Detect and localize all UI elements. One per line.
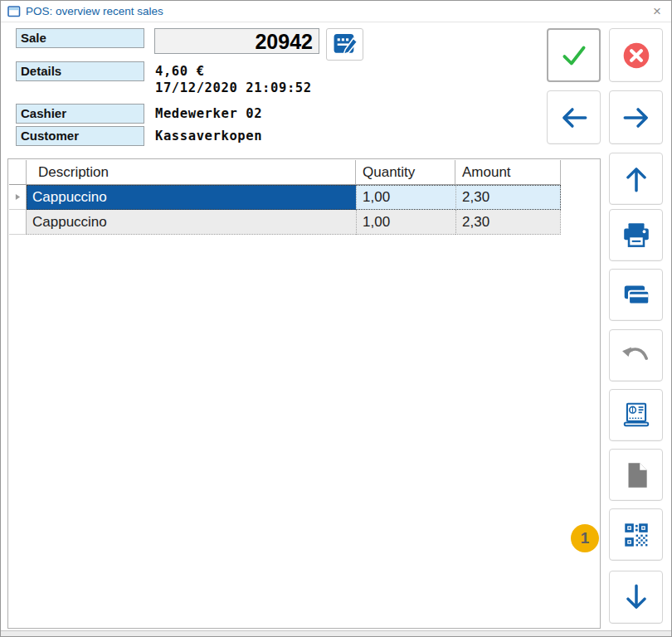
printer-icon <box>621 220 652 251</box>
undo-button[interactable] <box>609 329 663 382</box>
column-header-description[interactable]: Description <box>27 160 356 185</box>
check-icon <box>558 40 590 71</box>
lookup-grid-icon <box>331 32 359 57</box>
sale-label: Sale <box>16 28 144 48</box>
sale-datetime: 17/12/2020 21:09:52 <box>155 80 312 97</box>
scroll-down-button[interactable] <box>609 571 663 624</box>
window-bottom-edge <box>1 630 671 636</box>
arrow-down-icon <box>621 581 652 613</box>
print-button[interactable] <box>609 209 663 261</box>
qr-code-icon <box>621 519 652 551</box>
cell-description[interactable]: Cappuccino <box>27 185 356 210</box>
table-header-row: Description Quantity Amount <box>9 160 561 185</box>
qr-code-button[interactable] <box>609 508 663 561</box>
cancel-button[interactable] <box>609 28 663 82</box>
cashier-value: Medewerker 02 <box>155 106 262 123</box>
titlebar: POS: overview recent sales × <box>1 1 671 22</box>
receipt-button[interactable] <box>609 389 663 441</box>
row-selector-header <box>9 160 27 185</box>
table-row[interactable]: Cappuccino 1,00 2,30 <box>9 185 561 210</box>
undo-icon <box>621 340 652 372</box>
notification-badge: 1 <box>571 524 599 552</box>
receipt-icon <box>621 400 652 431</box>
details-label: Details <box>16 61 144 81</box>
window-title: POS: overview recent sales <box>26 5 163 17</box>
arrow-left-icon <box>558 102 590 134</box>
cell-amount[interactable]: 2,30 <box>455 185 561 210</box>
next-button[interactable] <box>609 90 663 144</box>
sale-total-amount: 4,60 € <box>155 64 205 80</box>
cell-amount[interactable]: 2,30 <box>455 210 561 235</box>
previous-button[interactable] <box>547 90 601 144</box>
scroll-up-button[interactable] <box>609 153 663 205</box>
cell-quantity[interactable]: 1,00 <box>356 210 455 235</box>
customer-value: Kassaverkopen <box>155 129 262 145</box>
document-icon <box>621 460 652 491</box>
cell-description[interactable]: Cappuccino <box>27 210 356 235</box>
window-icon <box>7 6 21 17</box>
row-selector-cell[interactable] <box>9 185 27 210</box>
cards-icon <box>621 280 652 311</box>
sale-number-field[interactable]: 20942 <box>154 28 319 54</box>
new-document-button[interactable] <box>609 449 663 501</box>
close-icon[interactable]: × <box>650 4 665 18</box>
sale-lines-panel: Description Quantity Amount Cappuccino 1… <box>7 158 601 629</box>
pos-window: POS: overview recent sales × Sale Detail… <box>0 0 672 637</box>
column-header-quantity[interactable]: Quantity <box>356 160 455 185</box>
table-row[interactable]: Cappuccino 1,00 2,30 <box>9 210 561 235</box>
arrow-right-icon <box>621 102 652 134</box>
confirm-button[interactable] <box>547 28 601 82</box>
cashier-label: Cashier <box>16 104 144 124</box>
sale-lookup-button[interactable] <box>326 28 363 61</box>
x-circle-icon <box>621 40 652 71</box>
row-indicator-icon <box>15 193 21 201</box>
row-selector-cell[interactable] <box>9 210 27 235</box>
arrow-up-icon <box>621 163 652 195</box>
sale-lines-table: Description Quantity Amount Cappuccino 1… <box>9 160 561 235</box>
cell-quantity[interactable]: 1,00 <box>356 185 455 210</box>
customer-label: Customer <box>16 126 144 146</box>
payment-cards-button[interactable] <box>609 269 663 321</box>
column-header-amount[interactable]: Amount <box>455 160 561 185</box>
